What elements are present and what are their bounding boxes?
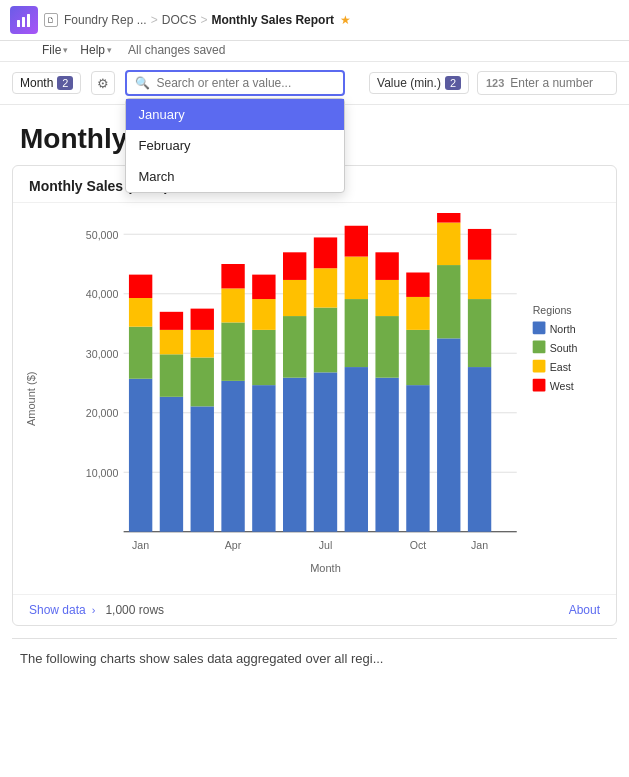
doc-icon: 🗋 [44,13,58,27]
svg-rect-42 [345,367,368,532]
month-label: Month [20,76,53,90]
breadcrumb-current: Monthly Sales Report [211,13,334,27]
number-icon: 123 [486,77,504,89]
svg-rect-17 [129,275,152,298]
gear-icon: ⚙ [97,76,109,91]
breadcrumb-sep2: > [200,13,207,27]
app-logo [10,6,38,34]
chart-area: 50,000 40,000 30,000 20,000 10,000 [51,213,600,584]
svg-rect-52 [406,297,429,330]
svg-rect-22 [191,406,214,531]
svg-rect-35 [283,316,306,378]
show-data-link[interactable]: Show data [29,603,86,617]
svg-rect-40 [314,268,337,307]
svg-rect-2 [27,14,30,27]
svg-rect-41 [314,237,337,268]
svg-rect-20 [160,330,183,354]
value-label: Value (min.) [377,76,441,90]
svg-rect-1 [22,17,25,27]
svg-text:Apr: Apr [225,539,242,551]
svg-rect-54 [437,338,460,531]
svg-rect-14 [129,379,152,532]
svg-rect-37 [283,252,306,280]
file-menu[interactable]: File ▾ [42,43,68,57]
dropdown-item-march[interactable]: March [126,161,344,192]
svg-text:50,000: 50,000 [86,229,119,241]
breadcrumb-parent[interactable]: Foundry Rep ... [64,13,147,27]
svg-rect-21 [160,312,183,330]
about-link[interactable]: About [569,603,600,617]
svg-rect-29 [221,264,244,288]
svg-text:40,000: 40,000 [86,288,119,300]
breadcrumb-mid[interactable]: DOCS [162,13,197,27]
svg-rect-28 [221,288,244,322]
svg-rect-30 [252,385,275,532]
search-input-box[interactable]: 🔍 [125,70,345,96]
svg-rect-53 [406,273,429,297]
svg-text:30,000: 30,000 [86,348,119,360]
top-bar: 🗋 Foundry Rep ... > DOCS > Monthly Sales… [0,0,629,41]
svg-rect-24 [191,330,214,358]
dropdown-list: January February March [125,98,345,193]
svg-rect-72 [533,341,546,354]
dropdown-item-january[interactable]: January [126,99,344,130]
search-icon: 🔍 [135,76,150,90]
chevron-right-icon: › [92,604,96,616]
svg-rect-55 [437,265,460,338]
svg-text:Jul: Jul [319,539,333,551]
breadcrumb-sep1: > [151,13,158,27]
chart-body: Amount ($) 50,000 40,000 30,000 20,000 1… [13,203,616,594]
search-input[interactable] [156,76,335,90]
value-filter-chip[interactable]: Value (min.) 2 [369,72,469,94]
search-dropdown-wrapper: 🔍 January February March [125,70,345,96]
saved-status: All changes saved [128,43,225,57]
svg-text:Jan: Jan [132,539,149,551]
breadcrumb: 🗋 Foundry Rep ... > DOCS > Monthly Sales… [44,13,619,27]
value-badge: 2 [445,76,461,90]
svg-rect-43 [345,299,368,367]
svg-rect-26 [221,381,244,532]
svg-rect-46 [375,378,398,532]
file-chevron-icon: ▾ [63,45,68,55]
chart-actions: Show data › 1,000 rows About [13,594,616,625]
svg-rect-44 [345,257,368,300]
svg-rect-61 [468,229,491,260]
svg-text:East: East [550,361,571,373]
svg-text:10,000: 10,000 [86,467,119,479]
svg-text:South: South [550,342,578,354]
svg-text:West: West [550,380,574,392]
star-icon[interactable]: ★ [340,13,351,27]
svg-rect-45 [345,226,368,257]
svg-text:20,000: 20,000 [86,407,119,419]
svg-rect-49 [375,252,398,280]
svg-rect-51 [406,330,429,385]
svg-rect-58 [468,367,491,532]
svg-rect-48 [375,280,398,316]
dropdown-item-february[interactable]: February [126,130,344,161]
gear-button[interactable]: ⚙ [91,71,115,95]
x-axis-label: Month [51,556,600,584]
svg-rect-0 [17,20,20,27]
rows-count: 1,000 rows [105,603,164,617]
svg-rect-25 [191,309,214,330]
bottom-text: The following charts show sales data agg… [0,639,629,678]
svg-text:North: North [550,323,576,335]
svg-rect-34 [283,378,306,532]
number-input[interactable] [510,76,608,90]
help-menu[interactable]: Help ▾ [80,43,112,57]
svg-rect-59 [468,299,491,367]
number-input-box[interactable]: 123 [477,71,617,95]
svg-rect-23 [191,358,214,407]
month-filter-chip[interactable]: Month 2 [12,72,81,94]
svg-rect-39 [314,308,337,373]
svg-rect-70 [533,321,546,334]
svg-text:Jan: Jan [471,539,488,551]
menu-bar: File ▾ Help ▾ All changes saved [0,41,629,62]
filter-row: Month 2 ⚙ 🔍 January February March Value… [0,62,629,105]
svg-text:Regions: Regions [533,304,572,316]
svg-rect-50 [406,385,429,532]
svg-rect-74 [533,360,546,373]
svg-rect-47 [375,316,398,378]
svg-rect-27 [221,322,244,380]
svg-rect-15 [129,327,152,379]
